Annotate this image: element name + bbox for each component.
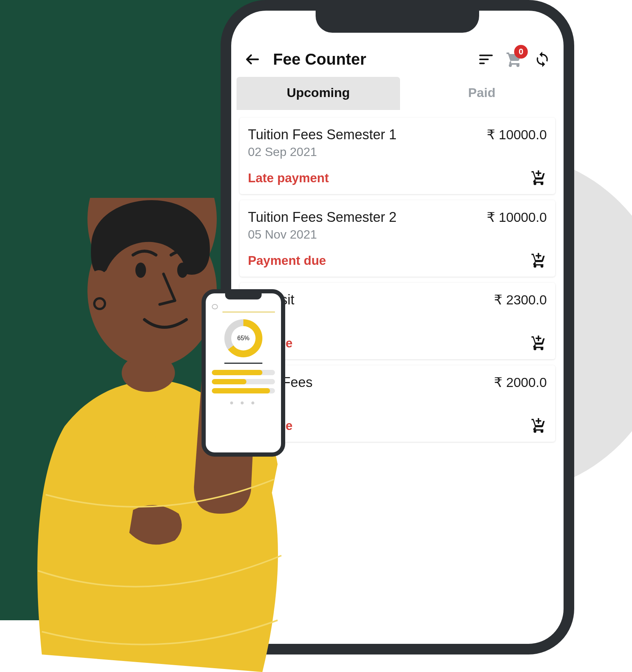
app-header: Fee Counter 0 xyxy=(231,42,564,74)
cart-button[interactable]: 0 xyxy=(503,49,525,70)
progress-bar xyxy=(212,379,275,384)
cart-badge: 0 xyxy=(514,45,528,59)
fee-amount: ₹ 10000.0 xyxy=(487,210,547,225)
refresh-button[interactable] xyxy=(532,49,553,70)
donut-percent-label: 65% xyxy=(237,335,249,342)
back-button[interactable] xyxy=(242,49,263,70)
fee-status: Late payment xyxy=(248,171,329,185)
add-to-cart-button[interactable] xyxy=(530,252,547,269)
tabs: Upcoming Paid xyxy=(231,77,564,110)
page-title: Fee Counter xyxy=(273,50,366,68)
pagination-dots: ● ● ● xyxy=(212,399,275,407)
add-cart-icon xyxy=(530,335,547,352)
phone-mockup-small: 65% ● ● ● xyxy=(202,289,285,457)
progress-bar xyxy=(212,370,275,375)
tab-upcoming[interactable]: Upcoming xyxy=(237,77,400,110)
refresh-icon xyxy=(534,51,551,68)
svg-point-1 xyxy=(88,270,110,301)
fee-title: Tuition Fees Semester 1 xyxy=(248,127,397,143)
small-top-icon xyxy=(212,304,218,309)
add-to-cart-button[interactable] xyxy=(530,417,547,434)
progress-donut: 65% xyxy=(224,319,262,357)
phone-notch-small xyxy=(225,293,262,299)
add-cart-icon xyxy=(530,170,547,186)
add-cart-icon xyxy=(530,417,547,434)
svg-point-3 xyxy=(135,263,146,278)
tab-paid[interactable]: Paid xyxy=(400,77,564,110)
fee-card[interactable]: Tuition Fees Semester 1 ₹ 10000.0 02 Sep… xyxy=(240,118,555,194)
small-divider xyxy=(222,312,275,312)
fee-amount: ₹ 2000.0 xyxy=(494,375,547,390)
fee-date: 02 Sep 2021 xyxy=(248,145,547,159)
add-to-cart-button[interactable] xyxy=(530,170,547,186)
add-cart-icon xyxy=(530,252,547,269)
sort-button[interactable] xyxy=(475,49,497,70)
fee-amount: ₹ 2300.0 xyxy=(494,292,547,307)
small-separator xyxy=(224,363,262,364)
fee-amount: ₹ 10000.0 xyxy=(487,127,547,142)
sort-icon xyxy=(478,51,494,67)
progress-bar xyxy=(212,388,275,393)
svg-point-4 xyxy=(177,263,188,278)
phone-notch xyxy=(316,9,479,33)
arrow-left-icon xyxy=(244,51,261,68)
add-to-cart-button[interactable] xyxy=(530,335,547,352)
